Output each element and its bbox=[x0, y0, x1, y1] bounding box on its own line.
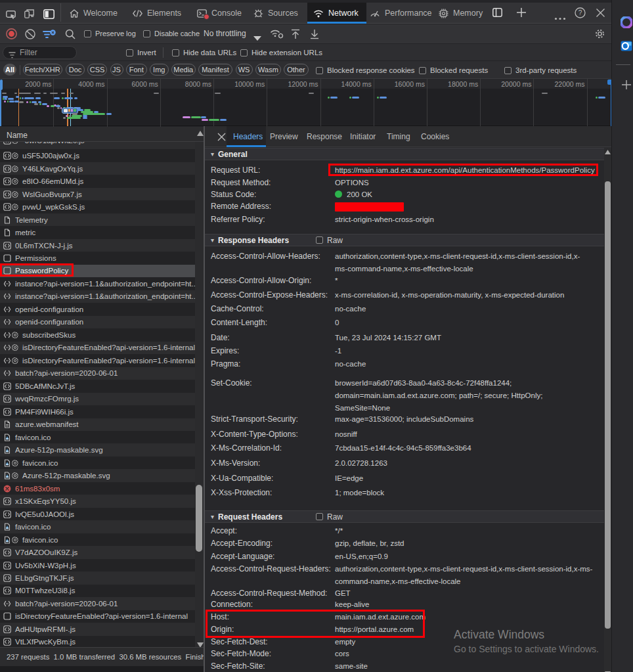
svg-text:?: ? bbox=[578, 9, 582, 16]
